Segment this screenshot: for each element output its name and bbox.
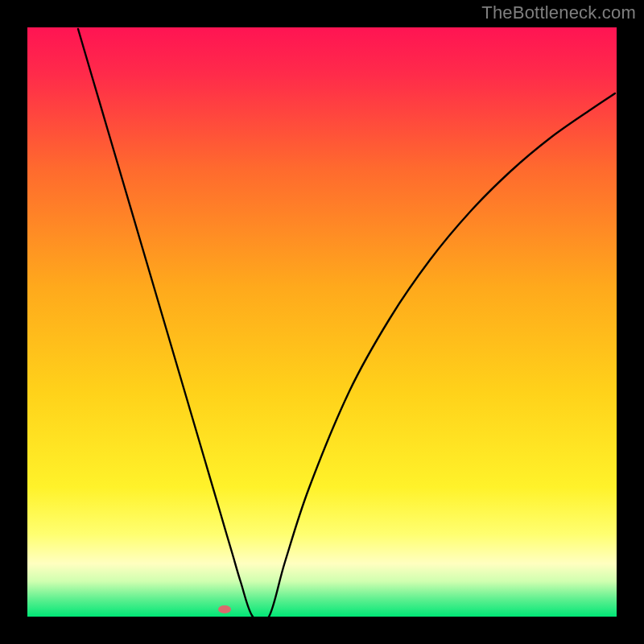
watermark-text: TheBottleneck.com	[481, 2, 636, 23]
plot-area	[27, 27, 617, 617]
chart-frame: TheBottleneck.com	[0, 0, 644, 644]
bottleneck-curve	[27, 27, 617, 617]
minimum-marker	[218, 605, 231, 613]
